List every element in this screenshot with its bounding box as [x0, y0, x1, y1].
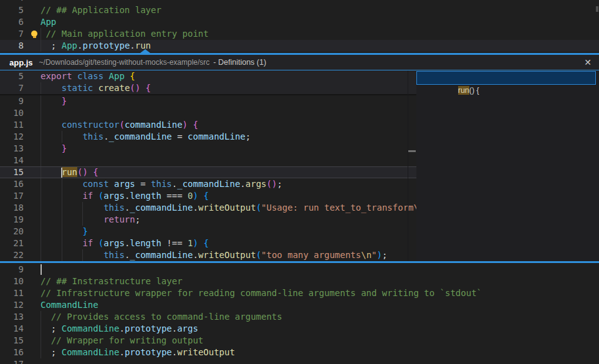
line-number: 15	[0, 335, 24, 347]
code-line[interactable]: 5export class App {	[0, 70, 416, 82]
code-content[interactable]: ; App.prototype.run	[24, 40, 599, 52]
code-content[interactable]: this._commandLine = commandLine;	[24, 131, 416, 143]
code-line[interactable]: 18 this._commandLine.writeOutput("Usage:…	[0, 202, 416, 214]
editor-top[interactable]: 4 5// ## Application layer6App7 // Main …	[0, 0, 599, 53]
code-line[interactable]: 9	[0, 264, 599, 275]
code-line[interactable]: 16 const args = this._commandLine.args()…	[0, 178, 416, 190]
code-line[interactable]: 7 // Main application entry point	[0, 28, 599, 40]
code-content[interactable]: return;	[24, 214, 416, 226]
code-content[interactable]	[24, 358, 599, 364]
code-content[interactable]	[24, 107, 416, 119]
peek-results-panel: run() {	[416, 70, 599, 261]
code-content[interactable]: export class App {	[24, 70, 416, 82]
code-line[interactable]: 22 this._commandLine.writeOutput("too ma…	[0, 249, 416, 261]
code-content[interactable]: this._commandLine.writeOutput("Usage: ru…	[24, 202, 416, 214]
code-content[interactable]: }	[24, 143, 416, 155]
indent-guide	[62, 249, 62, 261]
result-item[interactable]: run() {	[416, 71, 596, 85]
code-content[interactable]: // Wrapper for writing output	[24, 335, 599, 347]
code-content[interactable]: ; CommandLine.prototype.writeOutput	[24, 347, 599, 358]
code-content[interactable]: App	[24, 16, 599, 28]
code-line[interactable]: 20 }	[0, 226, 416, 237]
code-line[interactable]: 12CommandLine	[0, 299, 599, 311]
peek-editor[interactable]: 5export class App {7 static create() { 9…	[0, 70, 416, 261]
code-content[interactable]: // Main application entry point	[24, 28, 599, 40]
code-content[interactable]: constructor(commandLine) {	[24, 119, 416, 131]
code-content[interactable]: if (args.length !== 1) {	[24, 237, 416, 249]
code-content[interactable]: ; CommandLine.prototype.args	[24, 323, 599, 335]
code-line[interactable]: 14 ; CommandLine.prototype.args	[0, 323, 599, 335]
code-text: App	[24, 16, 599, 28]
code-text: // ## Application layer	[24, 4, 599, 16]
indent-guide	[62, 226, 62, 237]
result-item-label: () {	[469, 86, 479, 95]
indent-guide	[62, 214, 62, 226]
code-text: ; CommandLine.prototype.writeOutput	[24, 347, 599, 358]
code-line[interactable]: 7 static create() {	[0, 82, 416, 94]
line-number: 16	[0, 347, 24, 358]
code-line[interactable]: 17 if (args.length === 0) {	[0, 190, 416, 202]
code-content[interactable]	[24, 155, 416, 166]
code-line[interactable]: 19 return;	[0, 214, 416, 226]
code-line[interactable]: 11// Infrastructure wrapper for reading …	[0, 287, 599, 299]
indent-guide	[41, 82, 41, 94]
line-number: 8	[0, 40, 24, 52]
code-content[interactable]: }	[24, 95, 416, 107]
indent-guide	[41, 28, 41, 40]
indent-guide	[41, 119, 41, 131]
code-content[interactable]: this._commandLine.writeOutput("too many …	[24, 249, 416, 261]
code-text: constructor(commandLine) {	[24, 119, 416, 131]
code-line[interactable]: 13 // Provides access to command-line ar…	[0, 311, 599, 323]
line-number: 14	[0, 323, 24, 335]
code-content[interactable]: // ## Application layer	[24, 4, 599, 16]
code-content[interactable]: const args = this._commandLine.args();	[24, 178, 416, 190]
code-content[interactable]	[24, 264, 599, 275]
overview-ruler-mark	[408, 150, 416, 152]
code-line[interactable]: 16 ; CommandLine.prototype.writeOutput	[0, 347, 599, 358]
code-line[interactable]: 13 }	[0, 143, 416, 155]
code-line[interactable]: 6App	[0, 16, 599, 28]
code-line[interactable]: 8 ; App.prototype.run	[0, 40, 599, 52]
peek-body: 5export class App {7 static create() { 9…	[0, 70, 599, 261]
indent-guide	[62, 237, 62, 249]
code-line[interactable]: 10// ## Instrastructure layer	[0, 275, 599, 287]
code-line[interactable]: 14	[0, 155, 416, 166]
code-line[interactable]: 15 // Wrapper for writing output	[0, 335, 599, 347]
code-content[interactable]: CommandLine	[24, 299, 599, 311]
code-line[interactable]: 5// ## Application layer	[0, 4, 599, 16]
line-number: 7	[0, 82, 24, 94]
code-content[interactable]: }	[24, 226, 416, 237]
line-number: 7	[0, 28, 24, 40]
code-text: }	[24, 143, 416, 155]
peek-title-path: ~/Downloads/git/testing-without-mocks-ex…	[39, 58, 210, 67]
code-text: if (args.length === 0) {	[24, 190, 416, 202]
code-line[interactable]: 15 run() {	[0, 166, 416, 178]
indent-guide	[62, 131, 62, 143]
line-number: 10	[0, 275, 24, 287]
code-content[interactable]: run() {	[24, 167, 416, 178]
code-line[interactable]: 12 this._commandLine = commandLine;	[0, 131, 416, 143]
indent-guide	[62, 202, 62, 214]
code-line[interactable]: 11 constructor(commandLine) {	[0, 119, 416, 131]
code-content[interactable]: // Infrastructure wrapper for reading co…	[24, 287, 599, 299]
lightbulb-icon[interactable]	[31, 31, 37, 37]
code-line[interactable]: 17	[0, 358, 599, 364]
code-content[interactable]: // Provides access to command-line argum…	[24, 311, 599, 323]
indent-guide	[41, 335, 41, 347]
code-line[interactable]: 10	[0, 107, 416, 119]
code-content[interactable]: static create() {	[24, 82, 416, 94]
line-number: 9	[0, 264, 24, 275]
code-line[interactable]: 21 if (args.length !== 1) {	[0, 237, 416, 249]
code-content[interactable]: // ## Instrastructure layer	[24, 275, 599, 287]
indent-guide	[62, 178, 62, 190]
peek-title-filename: app.js	[9, 58, 33, 67]
indent-guide	[41, 323, 41, 335]
code-text: this._commandLine = commandLine;	[24, 131, 416, 143]
line-number: 12	[0, 299, 24, 311]
indent-guide	[41, 226, 41, 237]
editor-bottom[interactable]: 910// ## Instrastructure layer11// Infra…	[0, 263, 599, 364]
code-content[interactable]: if (args.length === 0) {	[24, 190, 416, 202]
peek-border-top	[0, 53, 599, 55]
code-line[interactable]: 9 }	[0, 95, 416, 107]
close-icon[interactable]: ✕	[582, 57, 593, 67]
